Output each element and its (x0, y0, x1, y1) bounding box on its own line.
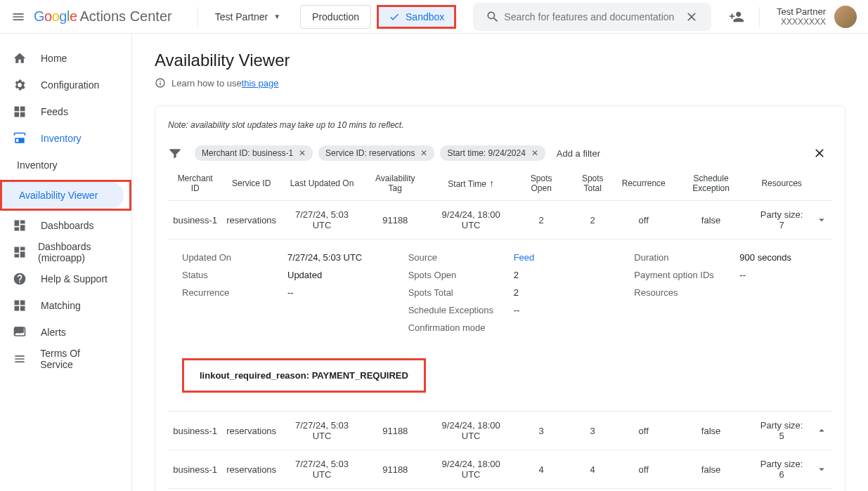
detail-recurrence-val: -- (287, 287, 294, 298)
chevron-down-icon: ▼ (273, 13, 280, 20)
svg-text:!: ! (19, 328, 20, 335)
remove-chip-icon[interactable]: ✕ (299, 148, 306, 158)
avatar[interactable] (834, 6, 857, 28)
col-start[interactable]: Start Time↑ (427, 166, 515, 201)
detail-status-val: Updated (287, 270, 322, 280)
detail-confirm-lbl: Confirmation mode (408, 322, 514, 333)
logo-product: Actions Center (80, 8, 172, 25)
logo[interactable]: Google Actions Center (34, 8, 172, 25)
search-icon (481, 10, 504, 24)
partner-name: Test Partner (215, 11, 268, 22)
detail-source-lbl: Source (408, 252, 514, 263)
dashboard-icon (13, 245, 27, 259)
dashboard-icon (13, 218, 30, 233)
matching-icon (13, 299, 30, 313)
user-add-icon[interactable] (723, 9, 751, 25)
detail-spotstotal-lbl: Spots Total (408, 287, 514, 298)
sidebar-item-availability-viewer[interactable]: Availability Viewer (2, 182, 124, 209)
production-button[interactable]: Production (300, 5, 371, 29)
detail-payment-lbl: Payment option IDs (634, 270, 739, 280)
sidebar-item-inventory[interactable]: Inventory (0, 152, 126, 178)
sidebar-item-inventory-group[interactable]: Inventory (0, 125, 126, 152)
detail-status-lbl: Status (182, 270, 287, 280)
table-row[interactable]: business-1 reservations 7/27/24, 5:03 UT… (168, 412, 832, 450)
detail-payment-val: -- (739, 270, 746, 280)
account-info: Test Partner XXXXXXXX (777, 6, 826, 27)
sidebar-item-dashboards[interactable]: Dashboards (0, 212, 126, 239)
account-name: Test Partner (777, 6, 826, 17)
clear-icon[interactable] (680, 10, 703, 24)
col-recurrence[interactable]: Recurrence (618, 166, 670, 201)
close-icon[interactable] (812, 146, 827, 160)
detail-resources-lbl: Resources (634, 287, 739, 298)
search-box[interactable] (473, 3, 711, 31)
sidebar-item-home[interactable]: Home (0, 45, 126, 72)
col-tag[interactable]: Availability Tag (363, 166, 427, 201)
detail-source-val[interactable]: Feed (514, 252, 535, 263)
inventory-icon (13, 131, 30, 145)
sidebar: Home Configuration Feeds Inventory Inven… (0, 34, 132, 491)
sidebar-item-matching[interactable]: Matching (0, 292, 126, 319)
detail-recurrence-lbl: Recurrence (182, 287, 287, 298)
filter-row: Merchant ID: business-1 ✕ Service ID: re… (168, 145, 832, 161)
help-link[interactable]: this page (242, 78, 279, 89)
col-spots-open[interactable]: Spots Open (515, 166, 568, 201)
table-header-row: Merchant ID Service ID Last Updated On A… (168, 166, 832, 201)
detail-schedexc-lbl: Schedule Exceptions (408, 305, 514, 315)
expand-toggle[interactable] (811, 412, 832, 450)
search-input[interactable] (504, 11, 680, 22)
col-updated[interactable]: Last Updated On (280, 166, 363, 201)
detail-updated-val: 7/27/24, 5:03 UTC (287, 252, 362, 263)
sidebar-item-feeds[interactable]: Feeds (0, 98, 126, 125)
help-prefix: Learn how to use (171, 78, 242, 89)
col-resources[interactable]: Resources (752, 166, 810, 201)
partner-dropdown[interactable]: Test Partner ▼ (207, 7, 289, 27)
table-row[interactable]: business-1 reservations 7/27/24, 5:03 UT… (168, 201, 832, 240)
availability-table: Merchant ID Service ID Last Updated On A… (168, 166, 832, 489)
detail-spotsopen-lbl: Spots Open (408, 270, 514, 280)
table-row[interactable]: business-1 reservations 7/27/24, 5:03 UT… (168, 450, 832, 489)
linkout-label: linkout_required_reason: (200, 370, 312, 381)
add-filter[interactable]: Add a filter (557, 148, 600, 159)
col-exception[interactable]: Schedule Exception (670, 166, 753, 201)
linkout-reason-box: linkout_required_reason: PAYMENT_REQUIRE… (182, 358, 426, 393)
remove-chip-icon[interactable]: ✕ (420, 148, 427, 158)
filter-icon[interactable] (168, 146, 182, 160)
col-merchant[interactable]: Merchant ID (168, 166, 222, 201)
expand-toggle[interactable] (811, 450, 832, 489)
grid-icon (13, 105, 30, 119)
sidebar-item-help[interactable]: Help & Support (0, 266, 126, 292)
filter-chip-merchant[interactable]: Merchant ID: business-1 ✕ (195, 145, 313, 161)
detail-schedexc-val: -- (514, 305, 520, 315)
page-title: Availability Viewer (155, 51, 846, 70)
col-service[interactable]: Service ID (222, 166, 280, 201)
filter-chip-service[interactable]: Service ID: reservations ✕ (318, 145, 434, 161)
table-row-detail: Updated On7/27/24, 5:03 UTC StatusUpdate… (168, 240, 832, 412)
main-content: Availability Viewer Learn how to use thi… (132, 34, 868, 491)
sidebar-item-dashboards-micro[interactable]: Dashboards (microapp) (0, 239, 126, 266)
detail-spotsopen-val: 2 (514, 270, 519, 280)
divider (197, 7, 198, 27)
sidebar-item-configuration[interactable]: Configuration (0, 72, 126, 98)
detail-spotstotal-val: 2 (514, 287, 519, 298)
info-icon (155, 77, 166, 89)
note: Note: availability slot updates may take… (168, 120, 832, 130)
check-icon (389, 11, 400, 22)
detail-duration-lbl: Duration (634, 252, 739, 263)
gear-icon (13, 78, 30, 92)
document-icon (13, 352, 29, 366)
alert-icon: ! (13, 325, 30, 339)
remove-chip-icon[interactable]: ✕ (531, 148, 538, 158)
filter-chip-start[interactable]: Start time: 9/24/2024 ✕ (440, 145, 545, 161)
sidebar-item-tos[interactable]: Terms Of Service (0, 346, 126, 372)
linkout-value: PAYMENT_REQUIRED (312, 370, 408, 381)
card: Note: availability slot updates may take… (155, 105, 846, 491)
sidebar-item-alerts[interactable]: ! Alerts (0, 319, 126, 346)
expand-toggle[interactable] (811, 201, 832, 240)
sandbox-button[interactable]: Sandbox (377, 5, 456, 29)
col-spots-total[interactable]: Spots Total (568, 166, 618, 201)
menu-icon[interactable] (6, 4, 31, 30)
detail-duration-val: 900 seconds (739, 252, 791, 263)
help-icon (13, 272, 30, 286)
header: Google Actions Center Test Partner ▼ Pro… (0, 0, 868, 34)
